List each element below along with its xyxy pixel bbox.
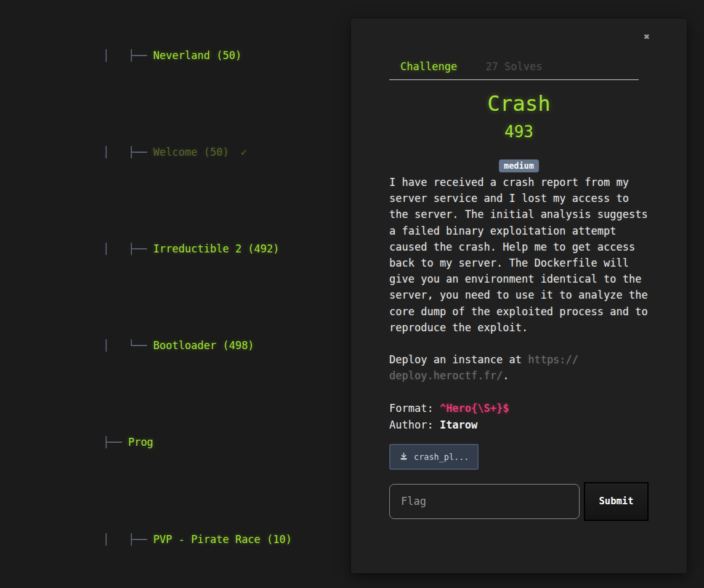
close-icon[interactable]: ✖ bbox=[644, 32, 650, 42]
tree-branch-lines: │ ├── bbox=[103, 49, 153, 62]
download-icon bbox=[399, 452, 408, 461]
tree-branch-lines: │ ├── bbox=[103, 243, 153, 255]
tree-row: │ ├── PVP - Pirate Race (10) bbox=[78, 515, 355, 564]
tree-row: │ ├── Irreductible 2 (492) bbox=[78, 225, 355, 273]
format-line: Format: ^Hero{\S+}$ bbox=[389, 400, 649, 416]
format-label: Format: bbox=[389, 402, 440, 414]
challenge-title: Crash bbox=[389, 92, 649, 115]
author-line: Author: Itarow bbox=[389, 417, 649, 433]
tree-item-label[interactable]: Welcome (50) bbox=[153, 146, 229, 158]
tab-challenge[interactable]: Challenge bbox=[400, 60, 457, 73]
tree-branch-lines: │ └── bbox=[103, 339, 153, 352]
difficulty-badge: medium bbox=[499, 159, 539, 172]
deploy-line: Deploy an instance at https://deploy.her… bbox=[389, 352, 649, 384]
challenge-modal: ✖ Challenge 27 Solves Crash 493 medium I… bbox=[351, 18, 687, 573]
tree-item-label[interactable]: PVP - Pirate Race (10) bbox=[153, 533, 292, 546]
flag-input[interactable] bbox=[389, 484, 580, 519]
tree-item-label: Prog bbox=[128, 436, 153, 448]
challenge-description: I have received a crash report from my s… bbox=[389, 174, 649, 336]
tree-row: │ ├── Welcome (50)✓ bbox=[78, 128, 355, 177]
tree-category: ├── Prog bbox=[78, 418, 355, 467]
tree-row: │ ├── Neverland (50) bbox=[78, 31, 355, 79]
tree-item-label[interactable]: Neverland (50) bbox=[153, 49, 241, 62]
tree-row: │ └── Bootloader (498) bbox=[78, 321, 355, 370]
deploy-text: Deploy an instance at bbox=[389, 353, 528, 366]
solved-check-icon: ✓ bbox=[241, 146, 247, 158]
tree-item-label[interactable]: Bootloader (498) bbox=[153, 339, 254, 352]
author-label: Author: bbox=[389, 419, 440, 431]
tree-branch-lines: │ ├── bbox=[103, 533, 153, 546]
download-attachment-button[interactable]: crash_pl... bbox=[389, 444, 479, 470]
tree-item-label[interactable]: Irreductible 2 (492) bbox=[153, 243, 280, 255]
deploy-suffix: . bbox=[503, 369, 509, 382]
tree-branch-lines: │ ├── bbox=[103, 146, 153, 158]
challenge-points: 493 bbox=[389, 123, 649, 141]
tab-solves[interactable]: 27 Solves bbox=[485, 60, 542, 73]
modal-tabs: Challenge 27 Solves bbox=[389, 60, 639, 80]
author-name: Itarow bbox=[440, 419, 477, 431]
challenge-tree: │ ├── Neverland (50) │ ├── Welcome (50)✓… bbox=[78, 0, 355, 588]
format-regex: ^Hero{\S+}$ bbox=[440, 402, 509, 414]
download-label: crash_pl... bbox=[414, 452, 469, 462]
submit-button[interactable]: Submit bbox=[584, 482, 649, 521]
tree-branch-lines: ├── bbox=[103, 436, 128, 448]
